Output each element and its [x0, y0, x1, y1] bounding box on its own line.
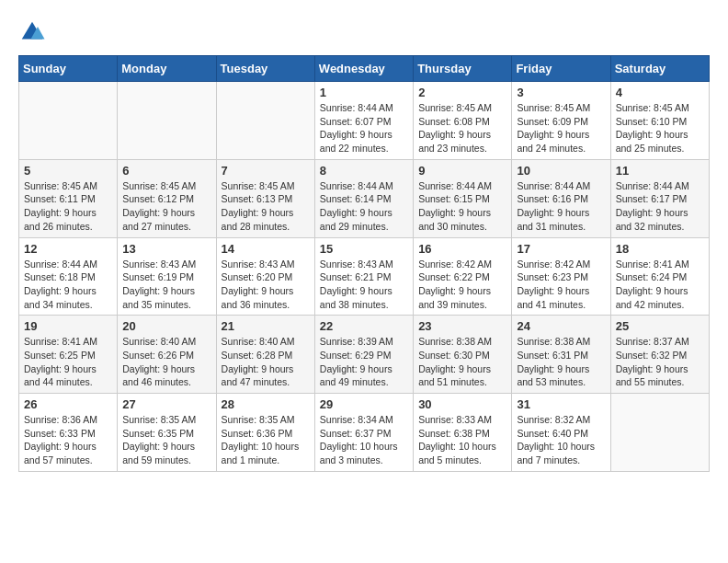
day-info: Sunrise: 8:39 AM Sunset: 6:29 PM Dayligh…: [320, 335, 408, 389]
calendar-cell: 18Sunrise: 8:41 AM Sunset: 6:24 PM Dayli…: [610, 237, 709, 316]
day-number: 1: [320, 86, 408, 99]
day-number: 25: [616, 319, 704, 333]
page-header: [18, 18, 710, 46]
day-number: 16: [418, 242, 506, 256]
day-number: 6: [122, 164, 210, 178]
calendar-cell: 7Sunrise: 8:45 AM Sunset: 6:13 PM Daylig…: [216, 159, 314, 237]
calendar-week-row: 19Sunrise: 8:41 AM Sunset: 6:25 PM Dayli…: [19, 316, 710, 394]
day-number: 15: [320, 242, 408, 256]
day-number: 27: [122, 397, 210, 411]
calendar-cell: 26Sunrise: 8:36 AM Sunset: 6:33 PM Dayli…: [19, 394, 118, 472]
day-number: 28: [222, 397, 310, 411]
day-info: Sunrise: 8:38 AM Sunset: 6:30 PM Dayligh…: [418, 335, 506, 389]
day-number: 2: [418, 86, 506, 99]
calendar-cell: 15Sunrise: 8:43 AM Sunset: 6:21 PM Dayli…: [314, 237, 413, 316]
calendar-cell: 20Sunrise: 8:40 AM Sunset: 6:26 PM Dayli…: [118, 316, 216, 394]
day-number: 5: [24, 164, 112, 178]
day-number: 31: [517, 397, 605, 411]
day-info: Sunrise: 8:34 AM Sunset: 6:37 PM Dayligh…: [320, 413, 408, 467]
day-number: 18: [616, 242, 704, 256]
weekday-header: Friday: [512, 56, 610, 82]
calendar-cell: 6Sunrise: 8:45 AM Sunset: 6:12 PM Daylig…: [118, 159, 216, 237]
calendar-cell: 27Sunrise: 8:35 AM Sunset: 6:35 PM Dayli…: [118, 394, 216, 472]
day-info: Sunrise: 8:45 AM Sunset: 6:13 PM Dayligh…: [222, 179, 310, 234]
calendar-cell: 5Sunrise: 8:45 AM Sunset: 6:11 PM Daylig…: [19, 159, 118, 237]
calendar-cell: 12Sunrise: 8:44 AM Sunset: 6:18 PM Dayli…: [19, 237, 118, 316]
weekday-header: Wednesday: [314, 56, 413, 82]
day-info: Sunrise: 8:44 AM Sunset: 6:14 PM Dayligh…: [320, 179, 408, 234]
day-info: Sunrise: 8:44 AM Sunset: 6:16 PM Dayligh…: [517, 179, 605, 234]
calendar-cell: 28Sunrise: 8:35 AM Sunset: 6:36 PM Dayli…: [216, 394, 314, 472]
day-info: Sunrise: 8:44 AM Sunset: 6:07 PM Dayligh…: [320, 101, 408, 155]
day-number: 26: [24, 397, 112, 411]
day-info: Sunrise: 8:42 AM Sunset: 6:22 PM Dayligh…: [418, 258, 506, 312]
day-info: Sunrise: 8:44 AM Sunset: 6:18 PM Dayligh…: [24, 258, 112, 312]
calendar-cell: 21Sunrise: 8:40 AM Sunset: 6:28 PM Dayli…: [216, 316, 314, 394]
day-number: 3: [517, 86, 605, 99]
day-number: 21: [222, 319, 310, 333]
day-number: 23: [418, 319, 506, 333]
day-number: 20: [122, 319, 210, 333]
day-info: Sunrise: 8:41 AM Sunset: 6:25 PM Dayligh…: [24, 335, 112, 389]
calendar-week-row: 26Sunrise: 8:36 AM Sunset: 6:33 PM Dayli…: [19, 394, 710, 472]
weekday-header: Sunday: [19, 56, 118, 82]
calendar-cell: 10Sunrise: 8:44 AM Sunset: 6:16 PM Dayli…: [512, 159, 610, 237]
calendar-cell: 9Sunrise: 8:44 AM Sunset: 6:15 PM Daylig…: [414, 159, 512, 237]
calendar-cell: 16Sunrise: 8:42 AM Sunset: 6:22 PM Dayli…: [414, 237, 512, 316]
calendar-cell: 11Sunrise: 8:44 AM Sunset: 6:17 PM Dayli…: [610, 159, 709, 237]
calendar-cell: 22Sunrise: 8:39 AM Sunset: 6:29 PM Dayli…: [314, 316, 413, 394]
day-info: Sunrise: 8:45 AM Sunset: 6:08 PM Dayligh…: [418, 101, 506, 155]
calendar-cell: 30Sunrise: 8:33 AM Sunset: 6:38 PM Dayli…: [414, 394, 512, 472]
calendar-week-row: 1Sunrise: 8:44 AM Sunset: 6:07 PM Daylig…: [19, 82, 710, 160]
logo-icon: [18, 18, 46, 46]
day-number: 22: [320, 319, 408, 333]
day-info: Sunrise: 8:44 AM Sunset: 6:15 PM Dayligh…: [418, 179, 506, 234]
weekday-header: Thursday: [414, 56, 512, 82]
day-info: Sunrise: 8:36 AM Sunset: 6:33 PM Dayligh…: [24, 413, 112, 467]
day-info: Sunrise: 8:43 AM Sunset: 6:20 PM Dayligh…: [222, 258, 310, 312]
calendar-cell: 24Sunrise: 8:38 AM Sunset: 6:31 PM Dayli…: [512, 316, 610, 394]
calendar-cell: 29Sunrise: 8:34 AM Sunset: 6:37 PM Dayli…: [314, 394, 413, 472]
day-number: 8: [320, 164, 408, 178]
calendar-cell: 23Sunrise: 8:38 AM Sunset: 6:30 PM Dayli…: [414, 316, 512, 394]
calendar-cell: 25Sunrise: 8:37 AM Sunset: 6:32 PM Dayli…: [610, 316, 709, 394]
day-info: Sunrise: 8:40 AM Sunset: 6:28 PM Dayligh…: [222, 335, 310, 389]
day-number: 12: [24, 242, 112, 256]
calendar-week-row: 12Sunrise: 8:44 AM Sunset: 6:18 PM Dayli…: [19, 237, 710, 316]
calendar-cell: 19Sunrise: 8:41 AM Sunset: 6:25 PM Dayli…: [19, 316, 118, 394]
calendar-cell: 17Sunrise: 8:42 AM Sunset: 6:23 PM Dayli…: [512, 237, 610, 316]
calendar-week-row: 5Sunrise: 8:45 AM Sunset: 6:11 PM Daylig…: [19, 159, 710, 237]
day-info: Sunrise: 8:43 AM Sunset: 6:21 PM Dayligh…: [320, 258, 408, 312]
day-number: 9: [418, 164, 506, 178]
calendar-cell: [610, 394, 709, 472]
day-number: 11: [616, 164, 704, 178]
day-number: 17: [517, 242, 605, 256]
weekday-header: Monday: [118, 56, 216, 82]
calendar-cell: 14Sunrise: 8:43 AM Sunset: 6:20 PM Dayli…: [216, 237, 314, 316]
weekday-header: Tuesday: [216, 56, 314, 82]
day-info: Sunrise: 8:42 AM Sunset: 6:23 PM Dayligh…: [517, 258, 605, 312]
day-number: 19: [24, 319, 112, 333]
day-info: Sunrise: 8:45 AM Sunset: 6:10 PM Dayligh…: [616, 101, 704, 155]
weekday-header: Saturday: [610, 56, 709, 82]
calendar-cell: 31Sunrise: 8:32 AM Sunset: 6:40 PM Dayli…: [512, 394, 610, 472]
calendar-cell: 13Sunrise: 8:43 AM Sunset: 6:19 PM Dayli…: [118, 237, 216, 316]
day-info: Sunrise: 8:38 AM Sunset: 6:31 PM Dayligh…: [517, 335, 605, 389]
calendar-cell: [118, 82, 216, 160]
day-number: 14: [222, 242, 310, 256]
calendar-cell: 4Sunrise: 8:45 AM Sunset: 6:10 PM Daylig…: [610, 82, 709, 160]
logo: [18, 18, 51, 46]
day-number: 30: [418, 397, 506, 411]
day-number: 29: [320, 397, 408, 411]
calendar-table: SundayMondayTuesdayWednesdayThursdayFrid…: [18, 55, 710, 472]
day-number: 4: [616, 86, 704, 99]
day-info: Sunrise: 8:43 AM Sunset: 6:19 PM Dayligh…: [122, 258, 210, 312]
day-info: Sunrise: 8:37 AM Sunset: 6:32 PM Dayligh…: [616, 335, 704, 389]
day-info: Sunrise: 8:40 AM Sunset: 6:26 PM Dayligh…: [122, 335, 210, 389]
day-info: Sunrise: 8:35 AM Sunset: 6:35 PM Dayligh…: [122, 413, 210, 467]
calendar-cell: 2Sunrise: 8:45 AM Sunset: 6:08 PM Daylig…: [414, 82, 512, 160]
day-info: Sunrise: 8:45 AM Sunset: 6:09 PM Dayligh…: [517, 101, 605, 155]
day-info: Sunrise: 8:44 AM Sunset: 6:17 PM Dayligh…: [616, 179, 704, 234]
day-info: Sunrise: 8:45 AM Sunset: 6:12 PM Dayligh…: [122, 179, 210, 234]
day-info: Sunrise: 8:33 AM Sunset: 6:38 PM Dayligh…: [418, 413, 506, 467]
